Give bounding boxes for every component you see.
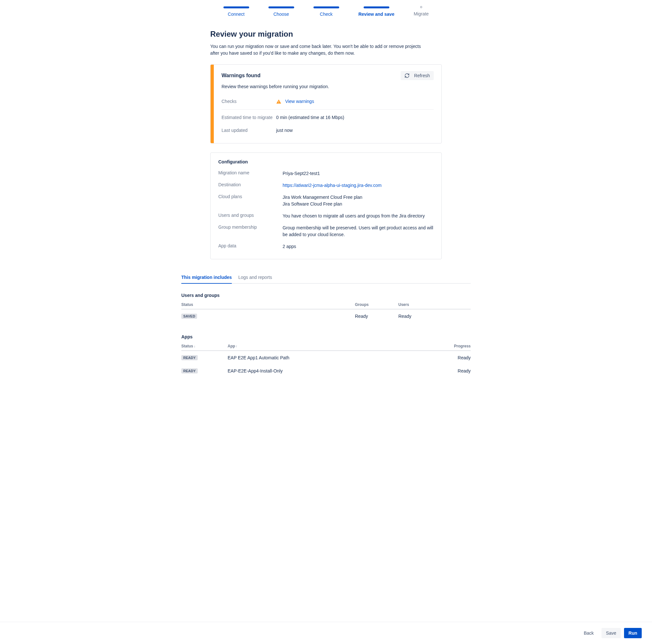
col-users: Users xyxy=(398,301,471,309)
svg-rect-1 xyxy=(278,103,279,103)
step-bar xyxy=(363,6,389,8)
config-users-groups-value: You have chosen to migrate all users and… xyxy=(282,213,425,220)
sort-icon: ↓ xyxy=(194,344,195,348)
tabs: This migration includes Logs and reports xyxy=(181,272,471,284)
checks-label: Checks xyxy=(221,99,276,104)
warning-icon xyxy=(276,99,281,104)
cell-progress: Ready xyxy=(407,351,471,364)
cell-app: EAP E2E App1 Automatic Path xyxy=(227,351,407,364)
refresh-label: Refresh xyxy=(414,73,430,78)
cell-groups: Ready xyxy=(355,309,398,323)
warnings-panel: Warnings found Refresh Review these warn… xyxy=(210,65,442,144)
config-cloud-plans-value: Jira Work Management Cloud Free plan Jir… xyxy=(282,194,362,207)
step-label: Check xyxy=(320,11,333,17)
step-bar xyxy=(268,6,294,8)
status-badge: Ready xyxy=(181,355,198,360)
step-check[interactable]: Check xyxy=(314,6,339,17)
step-choose[interactable]: Choose xyxy=(268,6,294,17)
warnings-title: Warnings found xyxy=(221,73,261,78)
view-warnings-link[interactable]: View warnings xyxy=(285,99,314,104)
step-dot xyxy=(420,6,422,8)
run-button[interactable]: Run xyxy=(624,628,642,638)
warnings-subtitle: Review these warnings before running you… xyxy=(221,84,434,89)
users-groups-table: Status Groups Users Saved Ready Ready xyxy=(181,301,471,323)
table-row: Saved Ready Ready xyxy=(181,309,471,323)
table-row: Ready EAP E2E App1 Automatic Path Ready xyxy=(181,351,471,364)
col-groups: Groups xyxy=(355,301,398,309)
sort-icon: ↑ xyxy=(236,344,237,348)
refresh-button[interactable]: Refresh xyxy=(401,71,434,80)
step-label: Choose xyxy=(273,11,289,17)
configuration-panel: Configuration Migration name Priya-Sept2… xyxy=(210,153,442,259)
step-bar xyxy=(314,6,339,8)
cell-progress: Ready xyxy=(407,364,471,377)
tab-logs-reports[interactable]: Logs and reports xyxy=(238,272,272,284)
page-title: Review your migration xyxy=(210,30,442,38)
estimated-time-value: 0 min (estimated time at 16 Mbps) xyxy=(276,115,344,120)
config-app-data-value: 2 apps xyxy=(282,243,296,250)
col-status[interactable]: Status↓ xyxy=(181,342,227,351)
step-connect[interactable]: Connect xyxy=(223,6,249,17)
config-cloud-plans-label: Cloud plans xyxy=(218,194,282,199)
estimated-time-label: Estimated time to migrate xyxy=(221,115,276,120)
apps-table: Status↓ App↑ Progress Ready EAP E2E App1… xyxy=(181,342,471,377)
apps-title: Apps xyxy=(181,334,471,339)
config-users-groups-label: Users and groups xyxy=(218,213,282,218)
back-button[interactable]: Back xyxy=(579,628,598,638)
users-groups-title: Users and groups xyxy=(181,293,471,298)
page-description: You can run your migration now or save a… xyxy=(210,43,429,57)
last-updated-value: just now xyxy=(276,128,293,133)
last-updated-label: Last updated xyxy=(221,128,276,133)
config-destination-label: Destination xyxy=(218,182,282,187)
status-badge: Saved xyxy=(181,314,197,319)
config-group-membership-label: Group membership xyxy=(218,225,282,230)
footer: Back Save Run xyxy=(0,622,652,644)
stepper: Connect Choose Check Review and save Mig… xyxy=(210,0,442,17)
panel-accent xyxy=(211,65,214,143)
config-app-data-label: App data xyxy=(218,243,282,248)
tab-migration-includes[interactable]: This migration includes xyxy=(181,272,232,284)
config-migration-name-label: Migration name xyxy=(218,170,282,175)
refresh-icon xyxy=(404,73,410,78)
save-button[interactable]: Save xyxy=(601,628,621,638)
col-progress: Progress xyxy=(407,342,471,351)
step-label: Migrate xyxy=(414,11,429,17)
table-row: Ready EAP-E2E-App4-Install-Only Ready xyxy=(181,364,471,377)
config-group-membership-value: Group membership will be preserved. User… xyxy=(282,225,434,238)
step-review[interactable]: Review and save xyxy=(358,6,395,17)
divider xyxy=(221,109,434,110)
step-bar xyxy=(223,6,249,8)
status-badge: Ready xyxy=(181,368,198,373)
config-migration-name-value: Priya-Sept22-test1 xyxy=(282,170,320,177)
cell-users: Ready xyxy=(398,309,471,323)
svg-rect-0 xyxy=(278,101,279,102)
step-label: Review and save xyxy=(358,11,395,17)
config-destination-link[interactable]: https://atiwari2-jcma-alpha-ui-staging.j… xyxy=(282,183,382,188)
step-migrate: Migrate xyxy=(414,6,429,17)
step-label: Connect xyxy=(228,11,245,17)
configuration-title: Configuration xyxy=(218,159,434,164)
cell-app: EAP-E2E-App4-Install-Only xyxy=(227,364,407,377)
col-app[interactable]: App↑ xyxy=(227,342,407,351)
col-status: Status xyxy=(181,301,355,309)
